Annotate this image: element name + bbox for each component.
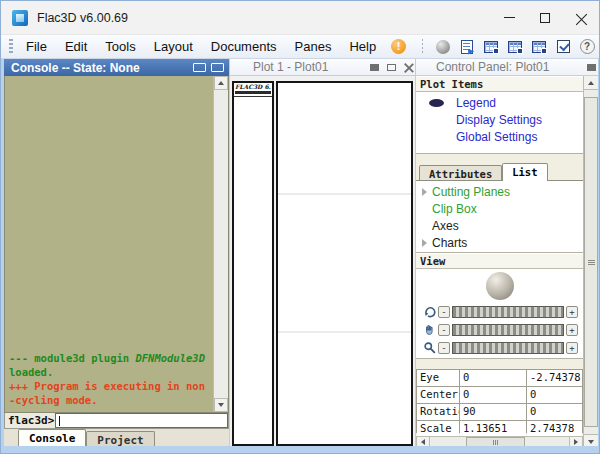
arrow-left-icon	[421, 439, 425, 445]
tree-item-axes[interactable]: Axes	[416, 218, 583, 235]
console-float-button[interactable]	[193, 63, 206, 72]
minimize-button[interactable]	[491, 1, 527, 35]
view-parameters-table: Eye 0 -2.74378 Center 0 0 Rotation 90 0 …	[416, 369, 583, 433]
table-cell[interactable]: 0	[460, 370, 526, 386]
plot-maximize-button[interactable]	[385, 62, 398, 73]
scroll-up-button[interactable]	[584, 76, 598, 90]
row-label: Center	[417, 387, 459, 403]
plot-legend[interactable]: FLAC3D 6.00	[232, 81, 274, 446]
grid-gear-icon	[508, 41, 522, 53]
control-float-button[interactable]	[585, 62, 598, 73]
warning-icon[interactable]: !	[391, 39, 406, 54]
plot-canvas[interactable]	[276, 81, 413, 446]
legend-subtitle-bar	[235, 91, 271, 94]
tab-list[interactable]: List	[502, 163, 547, 181]
help-button[interactable]: ?	[576, 37, 598, 56]
display-settings-link[interactable]: Display Settings	[456, 113, 542, 127]
zoom-slider-row: - +	[421, 339, 578, 356]
legend-link[interactable]: Legend	[456, 96, 496, 110]
pan-minus-button[interactable]: -	[438, 324, 450, 336]
plot-panel-title: Plot 1 - Plot01	[230, 60, 364, 74]
app-logo-icon	[12, 10, 28, 26]
rotate-minus-button[interactable]: -	[438, 306, 450, 318]
trackball-sphere[interactable]	[486, 272, 514, 300]
menu-bar: File Edit Tools Layout Documents Panes H…	[1, 35, 599, 59]
plot-grid-button-3[interactable]	[528, 37, 550, 56]
checkbox-button[interactable]	[552, 37, 574, 56]
minimize-icon	[504, 17, 515, 18]
close-button[interactable]	[563, 1, 599, 35]
console-minimize-button[interactable]	[211, 63, 224, 72]
tree-item-charts[interactable]: Charts	[416, 235, 583, 252]
plot-items-list: Legend Display Settings Global Settings	[416, 92, 583, 154]
tab-console[interactable]: Console	[18, 429, 86, 446]
plot-panel-header: Plot 1 - Plot01	[230, 59, 415, 76]
scroll-down-button[interactable]	[214, 398, 228, 412]
text-caret	[59, 416, 60, 426]
table-cell[interactable]: 0	[527, 404, 582, 420]
list-item: Global Settings	[416, 129, 583, 146]
checkbox-checked-icon	[557, 40, 570, 53]
arrow-up-icon	[588, 81, 594, 85]
console-log-line-2: +++ Program is executing in non-cycling …	[9, 379, 210, 407]
row-label: Rotation	[417, 404, 459, 420]
table-cell[interactable]: 0	[527, 387, 582, 403]
maximize-button[interactable]	[527, 1, 563, 35]
pan-plus-button[interactable]: +	[566, 324, 578, 336]
console-output[interactable]: --- module3d plugin DFNModule3D loaded. …	[4, 76, 229, 413]
close-icon	[576, 12, 587, 23]
zoom-plus-button[interactable]: +	[566, 342, 578, 354]
scroll-up-button[interactable]	[214, 76, 228, 90]
zoom-minus-button[interactable]: -	[438, 342, 450, 354]
console-panel-header: Console -- State: None	[4, 59, 229, 76]
pan-slider[interactable]	[452, 324, 564, 336]
toolbar-grip[interactable]	[9, 39, 13, 55]
legend-title: FLAC3D 6.00	[235, 84, 271, 90]
control-panel-scrollbar[interactable]	[583, 76, 598, 448]
global-settings-link[interactable]: Global Settings	[456, 130, 537, 144]
control-panel: Control Panel: Plot01 Plot Items Legend …	[416, 59, 598, 448]
eye-icon[interactable]	[429, 99, 444, 107]
export-document-button[interactable]	[456, 37, 478, 56]
menu-tools[interactable]: Tools	[96, 36, 144, 57]
console-panel: Console -- State: None --- module3d plug…	[4, 59, 229, 447]
globe-button[interactable]	[432, 37, 454, 56]
pan-hand-icon	[421, 322, 438, 337]
toolbar-separator	[422, 39, 423, 55]
pan-slider-row: - +	[421, 321, 578, 338]
menu-edit[interactable]: Edit	[56, 36, 96, 57]
attributes-list-tab-bar: Attributes List	[416, 162, 583, 180]
console-scrollbar[interactable]	[213, 76, 228, 412]
tree-item-cutting-planes[interactable]: Cutting Planes	[416, 184, 583, 201]
menu-file[interactable]: File	[17, 36, 56, 57]
menu-layout[interactable]: Layout	[145, 36, 202, 57]
menu-documents[interactable]: Documents	[202, 36, 286, 57]
table-cell[interactable]: -2.74378	[527, 370, 582, 386]
arrow-right-icon	[574, 439, 578, 445]
plot-float-button[interactable]	[368, 62, 381, 73]
menu-panes[interactable]: Panes	[286, 36, 341, 57]
plot-viewport[interactable]: FLAC3D 6.00	[230, 76, 415, 448]
rotate-plus-button[interactable]: +	[566, 306, 578, 318]
zoom-slider[interactable]	[452, 342, 564, 354]
rotate-slider[interactable]	[452, 306, 564, 318]
command-input[interactable]	[55, 413, 228, 428]
tree-item-clip-box[interactable]: Clip Box	[416, 201, 583, 218]
tab-attributes[interactable]: Attributes	[419, 165, 502, 180]
plot-grid-button-2[interactable]	[504, 37, 526, 56]
plot-grid-button-1[interactable]	[480, 37, 502, 56]
plot-close-button[interactable]	[402, 62, 415, 73]
view-controls: - + - +	[416, 269, 583, 359]
table-cell[interactable]: 90	[460, 404, 526, 420]
tab-project[interactable]: Project	[86, 431, 154, 446]
grid-copy-icon	[532, 41, 546, 53]
vscroll-thumb[interactable]	[584, 97, 598, 427]
expand-arrow-icon[interactable]	[422, 239, 427, 247]
sphere-icon	[436, 40, 450, 54]
legend-title-band: FLAC3D 6.00	[234, 83, 272, 97]
expand-arrow-icon[interactable]	[422, 188, 427, 196]
menu-help[interactable]: Help	[340, 36, 385, 57]
control-panel-header: Control Panel: Plot01	[416, 59, 598, 76]
table-cell[interactable]: 0	[460, 387, 526, 403]
zoom-magnifier-icon	[421, 340, 438, 355]
